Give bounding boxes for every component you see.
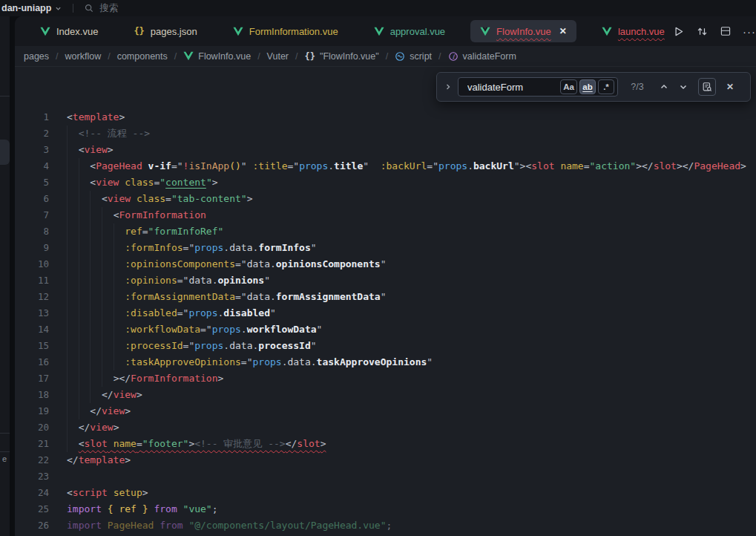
clipped-panel-label: e xyxy=(2,454,7,463)
breadcrumb-item-flowinfo-vue[interactable]: FlowInfo.vue xyxy=(183,51,251,62)
line-content: :workflowData="props.workflowData" xyxy=(67,321,322,338)
line-content: import { ref } from "vue"; xyxy=(67,501,218,517)
line-content: </view> xyxy=(67,403,131,419)
code-line-11[interactable]: 11 :opinions="data.opinions" xyxy=(15,272,756,289)
line-number: 15 xyxy=(15,338,49,354)
project-name: dan-uniapp xyxy=(1,3,51,13)
tab-label: pages.json xyxy=(151,26,197,37)
line-number: 17 xyxy=(15,370,49,387)
code-line-13[interactable]: 13 :disabled="props.disabled" xyxy=(15,305,756,321)
line-number: 19 xyxy=(15,403,49,419)
line-number: 13 xyxy=(15,305,49,321)
tab-pages-json[interactable]: {}pages.json xyxy=(116,16,214,46)
regex-button[interactable]: .* xyxy=(598,79,614,94)
line-content: ></FormInformation> xyxy=(67,370,223,387)
line-content: ref="formInfoRef" xyxy=(67,223,223,240)
tab-approval-vue[interactable]: approval.vue xyxy=(356,16,463,46)
find-in-selection-button[interactable] xyxy=(698,78,716,96)
code-line-18[interactable]: 18 </view> xyxy=(15,387,756,403)
breadcrumb-separator: / xyxy=(438,51,441,62)
line-content: :taskApproveOpinions="props.data.taskApp… xyxy=(67,354,433,370)
breadcrumb-item-flowinfo-vue[interactable]: {}"FlowInfo.vue" xyxy=(305,51,379,62)
toggle-replace-icon[interactable] xyxy=(444,83,452,91)
line-number: 20 xyxy=(15,419,49,436)
code-line-8[interactable]: 8 ref="formInfoRef" xyxy=(15,223,756,240)
breadcrumb-label: script xyxy=(410,51,432,62)
breadcrumb-separator: / xyxy=(295,51,298,62)
editor-window: dan-uniapp 搜索 e Index.vue{}pages.jsonFor… xyxy=(0,0,756,536)
code-line-22[interactable]: 22</template> xyxy=(15,452,756,468)
tab-forminformation-vue[interactable]: FormInformation.vue xyxy=(215,16,356,46)
code-line-2[interactable]: 2 <!-- 流程 --> xyxy=(15,125,756,142)
code-line-20[interactable]: 20 </view> xyxy=(15,419,756,436)
whole-word-button[interactable]: ab xyxy=(579,79,596,94)
line-content: <script setup> xyxy=(67,485,148,501)
run-icon[interactable] xyxy=(672,25,685,38)
code-line-21[interactable]: 21 <slot name="footer"><!-- 审批意见 --></sl… xyxy=(15,436,756,452)
line-content: :formInfos="props.data.formInfos" xyxy=(67,240,317,256)
code-line-25[interactable]: 25import { ref } from "vue"; xyxy=(15,501,756,517)
more-icon[interactable]: ··· xyxy=(743,25,756,38)
code-line-7[interactable]: 7 <FormInformation xyxy=(15,207,756,223)
breadcrumb-item-validateform[interactable]: fvalidateForm xyxy=(448,51,516,62)
code-line-17[interactable]: 17 ></FormInformation> xyxy=(15,370,756,387)
code-line-5[interactable]: 5 <view class="content"> xyxy=(15,174,756,191)
line-content: </template> xyxy=(67,452,131,468)
tab-index-vue[interactable]: Index.vue xyxy=(22,16,116,46)
breadcrumb-item-pages[interactable]: pages xyxy=(24,51,49,62)
search-placeholder: 搜索 xyxy=(99,2,118,15)
line-content: <PageHead v-if="!isInApp()" :title="prop… xyxy=(67,158,746,174)
code-line-3[interactable]: 3 <view> xyxy=(15,142,756,158)
code-content: 1<template>2 <!-- 流程 -->3 <view>4 <PageH… xyxy=(15,67,756,534)
line-number: 10 xyxy=(15,256,49,272)
code-line-23[interactable]: 23 xyxy=(15,468,756,485)
code-line-19[interactable]: 19 </view> xyxy=(15,403,756,419)
vue-icon xyxy=(602,27,612,36)
code-line-14[interactable]: 14 :workflowData="props.workflowData" xyxy=(15,321,756,338)
module-icon xyxy=(395,51,405,62)
breadcrumb-label: Vuter xyxy=(267,51,289,62)
line-content: :disabled="props.disabled" xyxy=(67,305,276,321)
tab-flowinfo-vue[interactable]: FlowInfo.vue✕ xyxy=(470,20,576,42)
line-number: 7 xyxy=(15,207,49,223)
panel-handle[interactable] xyxy=(0,140,10,165)
code-line-9[interactable]: 9 :formInfos="props.data.formInfos" xyxy=(15,240,756,256)
split-editor-icon[interactable] xyxy=(720,25,732,37)
breadcrumb-item-vuter[interactable]: Vuter xyxy=(267,51,289,62)
code-editor[interactable]: Aa ab .* ?/3 ✕ 1<template>2 <!-- 流程 -->3… xyxy=(15,67,756,536)
line-number: 9 xyxy=(15,240,49,256)
project-selector[interactable]: dan-uniapp xyxy=(1,3,62,13)
code-line-26[interactable]: 26import PageHead from "@/components/lay… xyxy=(15,517,756,534)
line-number: 3 xyxy=(15,142,49,158)
breadcrumb-item-script[interactable]: script xyxy=(395,51,432,62)
match-case-button[interactable]: Aa xyxy=(560,79,577,94)
breadcrumb-item-workflow[interactable]: workflow xyxy=(65,51,102,62)
breadcrumb-separator: / xyxy=(386,51,388,62)
line-number: 18 xyxy=(15,387,49,403)
code-line-6[interactable]: 6 <view class="tab-content"> xyxy=(15,191,756,207)
strip-divider xyxy=(0,96,10,97)
breadcrumb-item-components[interactable]: components xyxy=(117,51,168,62)
code-line-1[interactable]: 1<template> xyxy=(15,109,756,125)
close-icon[interactable]: ✕ xyxy=(726,82,734,92)
line-content: :opinions="data.opinions" xyxy=(67,272,270,289)
line-number: 6 xyxy=(15,191,49,207)
code-line-4[interactable]: 4 <PageHead v-if="!isInApp()" :title="pr… xyxy=(15,158,756,174)
code-line-16[interactable]: 16 :taskApproveOpinions="props.data.task… xyxy=(15,354,756,370)
titlebar-divider xyxy=(73,4,73,13)
line-content: <view class="tab-content"> xyxy=(67,191,252,207)
line-number: 16 xyxy=(15,354,49,370)
global-search[interactable]: 搜索 xyxy=(85,2,118,15)
code-line-15[interactable]: 15 :processId="props.data.processId" xyxy=(15,338,756,354)
find-input[interactable] xyxy=(466,81,558,94)
previous-match-button[interactable] xyxy=(660,82,668,91)
close-icon[interactable]: ✕ xyxy=(559,26,567,36)
tab-bar: Index.vue{}pages.jsonFormInformation.vue… xyxy=(15,16,756,46)
code-line-12[interactable]: 12 :formAssignmentData="data.formAssignm… xyxy=(15,289,756,305)
line-content: <view class="content"> xyxy=(67,174,218,191)
code-line-24[interactable]: 24<script setup> xyxy=(15,485,756,501)
left-panel-edge: e xyxy=(0,16,10,536)
compare-changes-icon[interactable] xyxy=(696,25,709,38)
code-line-10[interactable]: 10 :opinionsComponents="data.opinionsCom… xyxy=(15,256,756,272)
next-match-button[interactable] xyxy=(679,82,688,91)
